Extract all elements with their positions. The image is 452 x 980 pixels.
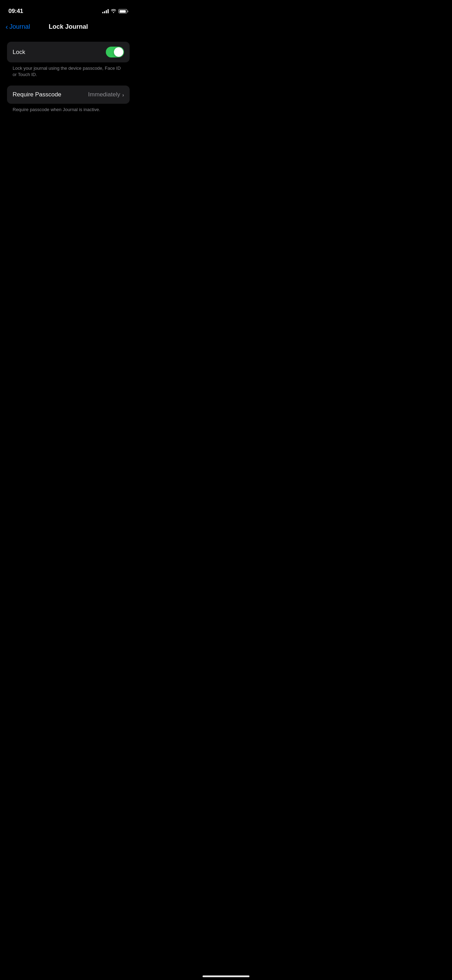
status-time: 09:41 <box>8 8 23 15</box>
signal-icon <box>102 9 108 13</box>
back-label: Journal <box>10 23 30 30</box>
toggle-knob <box>114 47 123 57</box>
nav-header: ‹ Journal Lock Journal <box>0 19 137 35</box>
passcode-card: Require Passcode Immediately › <box>7 86 130 104</box>
lock-row: Lock <box>7 42 130 62</box>
battery-icon <box>118 9 128 13</box>
passcode-settings-group: Require Passcode Immediately › Require p… <box>7 86 130 118</box>
content-area: Lock Lock your journal using the device … <box>0 35 137 118</box>
lock-label: Lock <box>13 49 25 56</box>
status-icons <box>102 9 128 14</box>
passcode-label: Require Passcode <box>13 91 61 98</box>
passcode-footer: Require passcode when Journal is inactiv… <box>7 104 130 118</box>
page-title: Lock Journal <box>49 23 88 30</box>
back-chevron-icon: ‹ <box>6 23 8 30</box>
passcode-row[interactable]: Require Passcode Immediately › <box>7 86 130 104</box>
back-button[interactable]: ‹ Journal <box>6 23 30 30</box>
lock-footer: Lock your journal using the device passc… <box>7 62 130 83</box>
passcode-value-container: Immediately › <box>88 91 124 98</box>
lock-settings-group: Lock Lock your journal using the device … <box>7 42 130 83</box>
status-bar: 09:41 <box>0 0 137 18</box>
passcode-current-value: Immediately <box>88 91 120 98</box>
lock-toggle[interactable] <box>106 47 124 57</box>
wifi-icon <box>111 9 116 14</box>
lock-card: Lock <box>7 42 130 62</box>
chevron-right-icon: › <box>122 92 124 98</box>
